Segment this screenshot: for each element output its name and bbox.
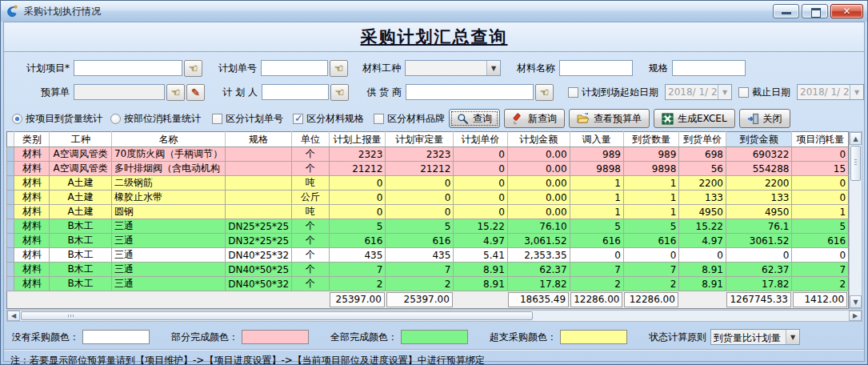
spec-input[interactable]	[672, 60, 746, 76]
horizontal-scroll-thumb[interactable]	[21, 311, 533, 320]
cell[interactable]: A空调风管类	[50, 162, 111, 176]
cell[interactable]: 690322	[726, 147, 792, 162]
cell[interactable]: B木工	[50, 234, 111, 248]
cell[interactable]: 2200	[679, 176, 726, 191]
cell[interactable]: 4.97	[454, 234, 507, 248]
cell[interactable]: 435	[329, 248, 386, 263]
cell[interactable]: 21212	[386, 162, 454, 176]
cell[interactable]: 70度防火阀（手柄调节）	[111, 147, 225, 162]
checkbox-split-brand[interactable]: 区分材料品牌	[374, 112, 445, 126]
cell[interactable]: 0.00	[507, 162, 570, 176]
cell[interactable]: 0	[792, 176, 849, 191]
cell[interactable]: 7	[570, 263, 623, 277]
cell[interactable]: 616	[792, 234, 849, 248]
scroll-right-icon[interactable]: ▶	[849, 311, 862, 321]
cell[interactable]: 材料	[14, 263, 50, 277]
chevron-down-icon[interactable]: ▼	[850, 85, 863, 99]
cell[interactable]: 个	[292, 248, 329, 263]
maximize-button[interactable]	[802, 4, 828, 18]
cell[interactable]: 3,061.52	[507, 234, 570, 248]
cell[interactable]: DN40*50*25	[226, 263, 292, 277]
cell[interactable]: 0	[386, 205, 454, 219]
budget-sheet-input[interactable]	[74, 84, 165, 100]
cell[interactable]: 0.00	[507, 205, 570, 219]
cell[interactable]: 材料	[14, 147, 50, 162]
cell[interactable]: 989	[570, 147, 623, 162]
cell[interactable]: 材料	[14, 162, 50, 176]
cell[interactable]: 个	[292, 219, 329, 234]
checkbox-icon[interactable]	[374, 114, 384, 124]
cell[interactable]: 三通	[111, 219, 225, 234]
cell[interactable]: 三通	[111, 248, 225, 263]
cell[interactable]: 5	[792, 219, 849, 234]
supplier-input[interactable]	[406, 84, 534, 100]
column-header-11[interactable]: 到货单价	[679, 132, 726, 147]
hand-select-icon[interactable]: ☜	[330, 60, 348, 77]
chevron-down-icon[interactable]: ▼	[486, 61, 500, 75]
cell[interactable]: 9898	[570, 162, 623, 176]
cell[interactable]	[226, 205, 292, 219]
cell[interactable]: 7	[386, 263, 454, 277]
cell[interactable]: 17.82	[726, 277, 792, 291]
cell[interactable]: 616	[623, 234, 678, 248]
cell[interactable]: 个	[292, 234, 329, 248]
cell[interactable]: B木工	[50, 263, 111, 277]
column-header-6[interactable]: 计划审定量	[386, 132, 454, 147]
cell[interactable]: 4950	[679, 205, 726, 219]
material-type-select[interactable]: ▼	[405, 60, 501, 76]
cell[interactable]: 76.1	[726, 219, 792, 234]
arrival-start-date[interactable]: 2018/ 1/ 2 ▼	[665, 84, 732, 100]
cell[interactable]: 三通	[111, 263, 225, 277]
radio-by-project[interactable]: 按项目到货量统计	[12, 112, 102, 126]
cell[interactable]: 2323	[386, 147, 454, 162]
table-row[interactable]: 材料B木工三通DN40*25*32个4354355.412,353.350000…	[7, 248, 849, 263]
table-row[interactable]: 材料A空调风管类多叶排烟阀（含电动机构个212122121200.0098989…	[7, 162, 849, 176]
cell[interactable]: 5	[570, 219, 623, 234]
column-header-7[interactable]: 计划单价	[454, 132, 507, 147]
cell[interactable]: 0	[329, 191, 386, 205]
column-header-8[interactable]: 计划金额	[507, 132, 570, 147]
minimize-button[interactable]	[773, 4, 799, 18]
cell[interactable]: 15.22	[454, 219, 507, 234]
row-indicator[interactable]	[7, 205, 14, 219]
cell[interactable]: 2	[570, 277, 623, 291]
cell[interactable]: 8.91	[679, 263, 726, 277]
cell[interactable]: A空调风管类	[50, 147, 111, 162]
column-header-5[interactable]: 计划上报量	[329, 132, 386, 147]
cell[interactable]: 0	[454, 147, 507, 162]
column-header-9[interactable]: 调入量	[570, 132, 623, 147]
cell[interactable]	[226, 162, 292, 176]
new-query-button[interactable]: 新查询	[504, 109, 565, 128]
cell[interactable]	[226, 191, 292, 205]
row-indicator[interactable]	[7, 234, 14, 248]
cell[interactable]: 1	[623, 205, 678, 219]
cell[interactable]: 0	[454, 176, 507, 191]
cell[interactable]: 8.91	[679, 277, 726, 291]
cell[interactable]: 材料	[14, 277, 50, 291]
checkbox-icon[interactable]	[212, 114, 222, 124]
cell[interactable]: 4.97	[679, 234, 726, 248]
cell[interactable]: 橡胶止水带	[111, 191, 225, 205]
table-row[interactable]: 材料A土建圆钢吨0000.0011495049501	[7, 205, 849, 219]
row-indicator[interactable]	[7, 147, 14, 162]
vertical-scroll-track[interactable]	[850, 182, 862, 295]
column-header-4[interactable]: 单位	[292, 132, 329, 147]
cell[interactable]: 2323	[329, 147, 386, 162]
arrival-end-checkbox[interactable]	[738, 87, 749, 98]
cell[interactable]: 8.91	[454, 277, 507, 291]
query-button[interactable]: 查询	[449, 109, 500, 128]
cell[interactable]	[226, 147, 292, 162]
plan-project-input[interactable]	[74, 60, 182, 76]
cell[interactable]: 0	[792, 248, 849, 263]
scroll-left-icon[interactable]: ◀	[7, 311, 20, 321]
column-header-2[interactable]: 名称	[111, 132, 225, 147]
cell[interactable]: 吨	[292, 205, 329, 219]
cell[interactable]: B木工	[50, 248, 111, 263]
hand-select-icon[interactable]: ☜	[184, 60, 202, 77]
cell[interactable]: 二级钢筋	[111, 176, 225, 191]
cell[interactable]: 5	[386, 219, 454, 234]
cell[interactable]: 0	[679, 248, 726, 263]
cell[interactable]: 0	[623, 248, 678, 263]
view-budget-button[interactable]: 查看预算单	[569, 109, 650, 128]
table-row[interactable]: 材料A土建橡胶止水带公斤0000.00111331330	[7, 191, 849, 205]
